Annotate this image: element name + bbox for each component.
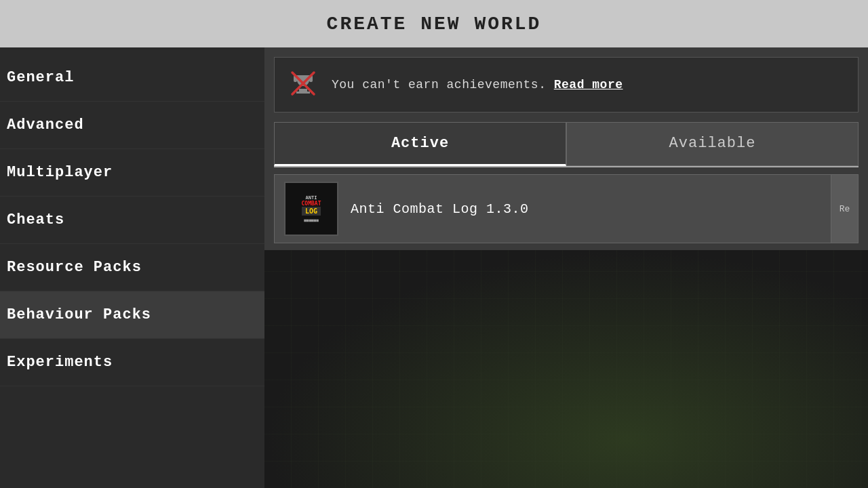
pack-item-anti-combat-log[interactable]: ANTI COMBAT LOG ■■■■■■ Anti Combat Log 1… (274, 174, 859, 243)
game-scene-background (264, 250, 868, 488)
read-more-link[interactable]: Read more (554, 78, 623, 92)
main-layout: General Advanced Multiplayer Cheats Reso… (0, 47, 868, 488)
right-panel: You can't earn achievements. Read more A… (264, 47, 868, 488)
sidebar-item-behaviour-packs[interactable]: Behaviour Packs (0, 291, 264, 339)
svg-rect-1 (296, 92, 310, 94)
tabs-row: Active Available (274, 122, 859, 167)
sidebar-item-multiplayer[interactable]: Multiplayer (0, 149, 264, 197)
no-achievement-icon (290, 70, 317, 97)
svg-rect-0 (299, 89, 307, 92)
achievement-banner: You can't earn achievements. Read more (274, 57, 859, 113)
sidebar-item-experiments[interactable]: Experiments (0, 339, 264, 386)
pack-thumbnail: ANTI COMBAT LOG ■■■■■■ (284, 182, 338, 236)
achievement-text: You can't earn achievements. Read more (332, 78, 623, 92)
sidebar-item-advanced[interactable]: Advanced (0, 102, 264, 149)
tab-available[interactable]: Available (566, 122, 859, 166)
page-title: CREATE NEW WORLD (327, 14, 542, 35)
tab-active[interactable]: Active (274, 122, 566, 166)
pack-list: ANTI COMBAT LOG ■■■■■■ Anti Combat Log 1… (274, 174, 859, 243)
pack-name: Anti Combat Log 1.3.0 (338, 201, 833, 217)
sidebar: General Advanced Multiplayer Cheats Reso… (0, 47, 264, 488)
sidebar-item-general[interactable]: General (0, 54, 264, 102)
sidebar-item-cheats[interactable]: Cheats (0, 197, 264, 244)
pack-remove-button-partial[interactable]: Re (831, 175, 858, 243)
sidebar-item-resource-packs[interactable]: Resource Packs (0, 244, 264, 291)
header: CREATE NEW WORLD (0, 0, 868, 47)
achievement-icon (290, 70, 319, 100)
